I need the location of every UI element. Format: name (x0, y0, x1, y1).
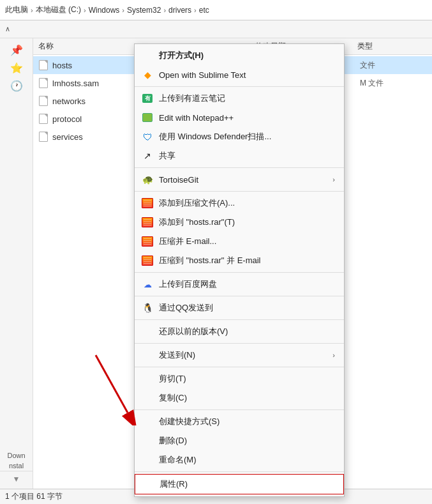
menu-add-rar-label: 添加到 "hosts.rar"(T) (159, 217, 335, 228)
defender-icon: 🛡 (141, 130, 154, 143)
sidebar-label-down: Down (0, 450, 33, 461)
send-to-icon (141, 349, 154, 362)
menu-properties-label: 属性(R) (160, 478, 334, 490)
menu-shortcut-label: 创建快捷方式(S) (159, 416, 335, 427)
separator-1 (135, 86, 344, 87)
menu-item-rename[interactable]: 重命名(M) (135, 450, 344, 470)
restore-icon (141, 325, 154, 338)
menu-zip-rar-email-label: 压缩到 "hosts.rar" 并 E-mail (159, 255, 335, 266)
menu-share-label: 共享 (159, 150, 335, 162)
menu-item-add-zip[interactable]: 添加到压缩文件(A)... (135, 194, 344, 213)
menu-open-with-label: 打开方式(H) (159, 50, 335, 61)
winrar-raremail-icon (141, 254, 154, 267)
separator-8 (135, 367, 344, 367)
menu-copy-label: 复制(C) (159, 392, 335, 404)
menu-cut-label: 剪切(T) (159, 373, 335, 385)
toolbar: ∧ (0, 20, 432, 38)
delete-icon (141, 434, 154, 447)
menu-qq-label: 通过QQ发送到 (159, 302, 335, 314)
menu-item-cut[interactable]: 剪切(T) (135, 369, 344, 388)
col-header-type[interactable]: 类型 (357, 41, 427, 52)
menu-baidu-label: 上传到百度网盘 (159, 279, 335, 290)
rename-icon (141, 454, 154, 466)
breadcrumb-windows[interactable]: Windows (89, 6, 120, 15)
separator-10 (135, 471, 344, 472)
tortoisegit-arrow: › (332, 176, 335, 183)
lmhosts-file-icon (38, 78, 48, 88)
menu-add-zip-label: 添加到压缩文件(A)... (159, 197, 335, 209)
share-icon: ↗ (141, 149, 154, 162)
menu-tortoisegit-label: TortoiseGit (159, 175, 327, 185)
menu-item-open-with[interactable]: 打开方式(H) (135, 46, 344, 65)
menu-sublime-label: Open with Sublime Text (159, 70, 335, 80)
breadcrumb: 此电脑 › 本地磁盘 (C:) › Windows › System32 › d… (5, 4, 209, 15)
separator-2 (135, 167, 344, 168)
breadcrumb-etc[interactable]: etc (199, 6, 209, 15)
sidebar-pin-icon[interactable]: 📌 (0, 41, 33, 59)
shortcut-icon (141, 415, 154, 428)
menu-item-properties[interactable]: 属性(R) (135, 474, 344, 494)
baidu-icon: ☁ (141, 278, 154, 291)
sublime-icon: ◆ (141, 68, 154, 81)
menu-item-tortoisegit[interactable]: 🐢 TortoiseGit › (135, 170, 344, 189)
menu-zip-email-label: 压缩并 E-mail... (159, 236, 335, 247)
winrar-email-icon (141, 235, 154, 248)
context-menu: 打开方式(H) ◆ Open with Sublime Text 有 上传到有道… (134, 43, 345, 497)
menu-delete-label: 删除(D) (159, 435, 335, 447)
copy-icon (141, 392, 154, 404)
separator-3 (135, 191, 344, 192)
status-text: 1 个项目 61 字节 (5, 491, 63, 502)
cut-icon (141, 372, 154, 385)
address-bar: 此电脑 › 本地磁盘 (C:) › Windows › System32 › d… (0, 0, 432, 20)
sidebar-clock-icon[interactable]: 🕐 (0, 77, 33, 95)
menu-item-zip-rar-email[interactable]: 压缩到 "hosts.rar" 并 E-mail (135, 251, 344, 270)
winrar-add-icon (141, 197, 154, 210)
winrar-rar-icon (141, 216, 154, 229)
protocol-file-icon (38, 114, 48, 124)
menu-item-open-sublime[interactable]: ◆ Open with Sublime Text (135, 65, 344, 84)
networks-file-icon (38, 96, 48, 106)
separator-5 (135, 296, 344, 296)
separator-9 (135, 409, 344, 410)
hosts-file-type: 文件 (360, 60, 427, 71)
menu-item-youdao[interactable]: 有 上传到有道云笔记 (135, 89, 344, 108)
sort-arrow-indicator: ∧ (5, 25, 10, 33)
menu-rename-label: 重命名(M) (159, 454, 335, 466)
breadcrumb-c[interactable]: 本地磁盘 (C:) (36, 4, 81, 15)
breadcrumb-system32[interactable]: System32 (127, 6, 161, 15)
send-to-arrow: › (332, 351, 335, 359)
menu-item-shortcut[interactable]: 创建快捷方式(S) (135, 412, 344, 431)
sidebar-label-nstal: nstal (0, 461, 33, 471)
menu-restore-label: 还原以前的版本(V) (159, 326, 335, 337)
breadcrumb-computer[interactable]: 此电脑 (5, 4, 28, 15)
menu-item-qq-send[interactable]: 🐧 通过QQ发送到 (135, 298, 344, 317)
menu-item-restore[interactable]: 还原以前的版本(V) (135, 322, 344, 341)
menu-youdao-label: 上传到有道云笔记 (159, 93, 335, 104)
hosts-file-icon (38, 60, 48, 70)
menu-send-to-label: 发送到(N) (159, 349, 327, 361)
separator-7 (135, 343, 344, 344)
menu-item-baidu[interactable]: ☁ 上传到百度网盘 (135, 275, 344, 294)
menu-item-defender[interactable]: 🛡 使用 Windows Defender扫描... (135, 127, 344, 146)
separator-6 (135, 319, 344, 320)
menu-item-add-rar[interactable]: 添加到 "hosts.rar"(T) (135, 213, 344, 232)
tortoisegit-icon: 🐢 (141, 173, 154, 186)
menu-item-delete[interactable]: 删除(D) (135, 431, 344, 450)
menu-item-send-to[interactable]: 发送到(N) › (135, 346, 344, 365)
sidebar-scroll-down[interactable]: ▼ (13, 475, 20, 484)
sidebar: 📌 ⭐ 🕐 Down nstal ▼ (0, 38, 33, 489)
sidebar-star-icon[interactable]: ⭐ (0, 59, 33, 77)
separator-4 (135, 272, 344, 273)
notepadpp-icon (141, 111, 154, 124)
menu-item-notepadpp[interactable]: Edit with Notepad++ (135, 108, 344, 127)
menu-item-zip-email[interactable]: 压缩并 E-mail... (135, 232, 344, 251)
open-with-icon (141, 49, 154, 62)
menu-notepadpp-label: Edit with Notepad++ (159, 113, 335, 123)
lmhosts-file-type: M 文件 (360, 78, 427, 89)
explorer-window: 此电脑 › 本地磁盘 (C:) › Windows › System32 › d… (0, 0, 432, 504)
menu-item-copy[interactable]: 复制(C) (135, 388, 344, 408)
breadcrumb-drivers[interactable]: drivers (168, 6, 191, 15)
menu-item-share[interactable]: ↗ 共享 (135, 146, 344, 165)
properties-icon (142, 478, 154, 491)
youdao-icon: 有 (141, 92, 154, 105)
